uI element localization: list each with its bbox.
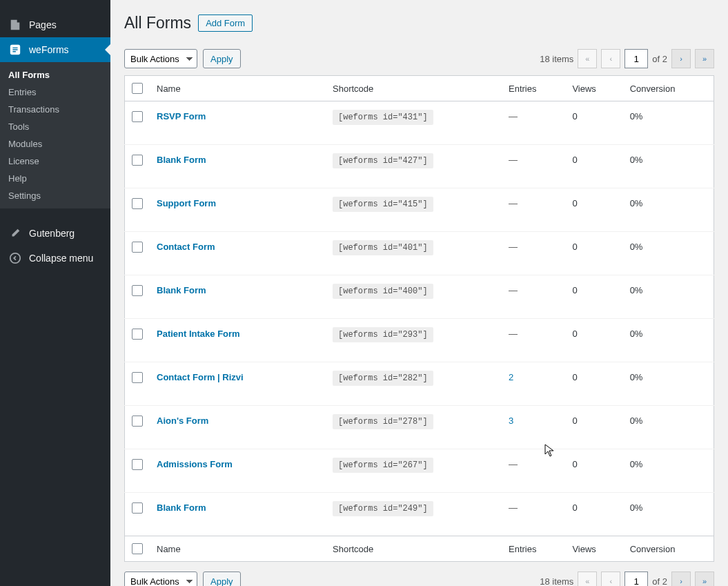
tablenav-bottom: Bulk Actions Apply 18 items « ‹ of 2 › »	[124, 567, 714, 586]
add-form-button[interactable]: Add Form	[198, 14, 253, 32]
shortcode-value[interactable]: [weforms id="278"]	[333, 414, 433, 429]
col-header-shortcode: Shortcode	[326, 76, 502, 101]
row-checkbox[interactable]	[132, 372, 143, 383]
first-page-button-bottom[interactable]: «	[578, 572, 597, 586]
entries-link[interactable]: 3	[509, 416, 513, 426]
shortcode-value[interactable]: [weforms id="267"]	[333, 458, 433, 473]
views-value: 0	[565, 101, 622, 145]
bulk-actions-select-bottom[interactable]: Bulk Actions	[124, 572, 197, 586]
shortcode-value[interactable]: [weforms id="282"]	[333, 371, 433, 386]
prev-page-button-top[interactable]: ‹	[601, 49, 620, 68]
sidebar-item-collapse[interactable]: Collapse menu	[0, 246, 110, 271]
entries-value: —	[509, 111, 518, 121]
row-checkbox[interactable]	[132, 242, 143, 253]
form-name-link[interactable]: Support Form	[157, 198, 216, 208]
row-checkbox[interactable]	[132, 155, 143, 166]
form-name-link[interactable]: Contact Form	[157, 242, 215, 252]
col-footer-entries: Entries	[502, 536, 565, 562]
page-of-text-top: of 2	[652, 54, 667, 64]
prev-page-button-bottom[interactable]: ‹	[601, 572, 620, 586]
views-value: 0	[565, 319, 622, 362]
sidebar-subitem-transactions[interactable]: Transactions	[0, 101, 110, 118]
sidebar-subitem-modules[interactable]: Modules	[0, 135, 110, 153]
collapse-icon	[8, 251, 22, 265]
views-value: 0	[565, 145, 622, 188]
apply-button-top[interactable]: Apply	[203, 49, 241, 68]
table-row: Support Form[weforms id="415"]—00%	[125, 188, 714, 232]
form-name-link[interactable]: Admissions Form	[157, 459, 233, 469]
shortcode-value[interactable]: [weforms id="427"]	[333, 153, 433, 168]
sidebar-subitem-help[interactable]: Help	[0, 170, 110, 187]
select-all-top[interactable]	[132, 83, 143, 94]
sidebar-subitem-entries[interactable]: Entries	[0, 84, 110, 101]
last-page-button-bottom[interactable]: »	[695, 572, 714, 586]
sidebar-label-collapse: Collapse menu	[29, 253, 93, 264]
edit-icon	[8, 226, 22, 240]
views-value: 0	[565, 232, 622, 275]
form-name-link[interactable]: RSVP Form	[157, 111, 206, 121]
col-header-name[interactable]: Name	[150, 76, 326, 101]
page-title: All Forms	[124, 14, 191, 32]
sidebar-label-pages: Pages	[29, 19, 57, 30]
conversion-value: 0%	[623, 188, 714, 232]
conversion-value: 0%	[623, 493, 714, 536]
form-name-link[interactable]: Contact Form | Rizvi	[157, 372, 244, 382]
current-page-input-top[interactable]	[624, 49, 648, 68]
views-value: 0	[565, 449, 622, 493]
row-checkbox[interactable]	[132, 416, 143, 427]
shortcode-value[interactable]: [weforms id="431"]	[333, 110, 433, 125]
shortcode-value[interactable]: [weforms id="400"]	[333, 284, 433, 299]
tablenav-top: Bulk Actions Apply 18 items « ‹ of 2 › »	[124, 45, 714, 72]
shortcode-value[interactable]: [weforms id="415"]	[333, 197, 433, 212]
form-name-link[interactable]: Patient Intake Form	[157, 329, 240, 339]
col-header-conversion: Conversion	[623, 76, 714, 101]
shortcode-value[interactable]: [weforms id="293"]	[333, 327, 433, 342]
form-name-link[interactable]: Blank Form	[157, 502, 206, 513]
current-page-input-bottom[interactable]	[624, 572, 648, 586]
sidebar-subitem-all-forms[interactable]: All Forms	[0, 66, 110, 84]
row-checkbox[interactable]	[132, 459, 143, 470]
col-footer-views: Views	[565, 536, 622, 562]
sidebar-subitem-tools[interactable]: Tools	[0, 118, 110, 135]
bulk-actions-select-top[interactable]: Bulk Actions	[124, 49, 197, 68]
conversion-value: 0%	[623, 319, 714, 362]
form-name-link[interactable]: Blank Form	[157, 285, 206, 295]
views-value: 0	[565, 406, 622, 449]
conversion-value: 0%	[623, 145, 714, 188]
row-checkbox[interactable]	[132, 198, 143, 209]
apply-button-bottom[interactable]: Apply	[203, 572, 241, 586]
sidebar-item-gutenberg[interactable]: Gutenberg	[0, 221, 110, 246]
sidebar-item-pages[interactable]: Pages	[0, 12, 110, 37]
entries-value: —	[509, 329, 518, 339]
row-checkbox[interactable]	[132, 111, 143, 122]
first-page-button-top[interactable]: «	[578, 49, 597, 68]
sidebar-subitem-license[interactable]: License	[0, 153, 110, 170]
entries-value: —	[509, 285, 518, 295]
shortcode-value[interactable]: [weforms id="401"]	[333, 240, 433, 255]
sidebar-subitem-settings[interactable]: Settings	[0, 187, 110, 204]
table-row: Contact Form | Rizvi[weforms id="282"]20…	[125, 362, 714, 406]
views-value: 0	[565, 275, 622, 319]
col-footer-conversion: Conversion	[623, 536, 714, 562]
col-footer-name[interactable]: Name	[150, 536, 326, 562]
row-checkbox[interactable]	[132, 502, 143, 514]
forms-table: Name Shortcode Entries Views Conversion …	[124, 75, 714, 562]
table-row: Blank Form[weforms id="249"]—00%	[125, 493, 714, 536]
table-row: Blank Form[weforms id="427"]—00%	[125, 145, 714, 188]
form-name-link[interactable]: Aion's Form	[157, 416, 208, 426]
entries-link[interactable]: 2	[509, 372, 513, 382]
items-count-top: 18 items	[540, 54, 573, 64]
svg-point-1	[10, 253, 20, 263]
row-checkbox[interactable]	[132, 285, 143, 296]
form-name-link[interactable]: Blank Form	[157, 155, 206, 165]
entries-value: —	[509, 502, 518, 513]
next-page-button-bottom[interactable]: ›	[671, 572, 691, 586]
select-all-bottom[interactable]	[132, 543, 143, 554]
row-checkbox[interactable]	[132, 329, 143, 340]
entries-value: —	[509, 155, 518, 165]
sidebar-item-weforms[interactable]: weForms	[0, 37, 110, 62]
shortcode-value[interactable]: [weforms id="249"]	[333, 501, 433, 516]
entries-value: —	[509, 459, 518, 469]
next-page-button-top[interactable]: ›	[671, 49, 691, 68]
last-page-button-top[interactable]: »	[695, 49, 714, 68]
